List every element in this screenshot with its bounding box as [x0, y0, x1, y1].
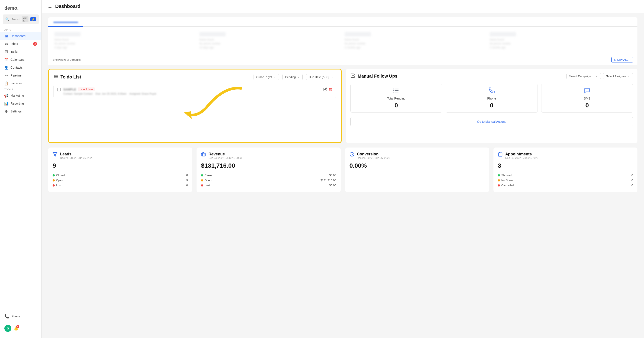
main-content: ☰ Dashboard ▬▬▬▬▬▬▬▬ Name found No phone…: [42, 0, 644, 338]
sidebar-item-pipeline[interactable]: ✏ Pipeline: [0, 72, 42, 79]
todo-list-icon: [54, 74, 58, 80]
rev-open-dot: [201, 179, 203, 182]
lost-dot: [52, 184, 55, 186]
appointments-header: Appointments Dec 24, 2022 - Jun 25, 2023: [498, 152, 633, 160]
appt-cancelled-row: Cancelled 0: [498, 183, 633, 188]
closed-dot: [52, 174, 55, 176]
status-filter-value: Pending: [285, 76, 296, 79]
due-label: Due:: [96, 92, 101, 95]
leads-title-group: Leads Dec 24, 2022 - Jun 25, 2023: [60, 152, 93, 160]
leads-closed-row: Closed 0: [52, 173, 188, 178]
todo-title: To do List: [60, 74, 81, 80]
user-profile[interactable]: G 🔔 5: [0, 322, 42, 334]
campaign-filter-value: Select Campaign ...: [569, 74, 594, 78]
campaign-filter[interactable]: Select Campaign ...: [566, 73, 601, 79]
conversion-icon: [350, 152, 354, 158]
sidebar-item-invoices[interactable]: 📋 Invoices: [0, 79, 42, 87]
sidebar-item-label-settings: Settings: [10, 110, 22, 113]
svg-point-8: [394, 90, 394, 91]
inbox-icon: ✉: [4, 42, 8, 46]
rev-lost-dot: [201, 184, 203, 186]
revenue-title-group: Revenue Dec 24, 2022 - Jun 25, 2023: [208, 152, 242, 160]
sort-filter[interactable]: Due Date (ASC): [306, 74, 336, 80]
search-bar[interactable]: 🔍 Search ctrl K ⚡: [3, 14, 39, 24]
todo-item-meta: Contact: Sample Contact Due: Jun 25 2023…: [63, 92, 320, 95]
appt-showed-row: Showed 0: [498, 173, 633, 178]
contact-label: Contact:: [63, 92, 73, 95]
show-all-label: SHOW ALL: [614, 58, 628, 61]
revenue-header: Revenue Dec 24, 2022 - Jun 25, 2023: [201, 152, 336, 160]
todo-late-badge: Late 3 days: [78, 88, 95, 92]
todo-header: To do List Grace Puyot Pending Due Date …: [54, 74, 336, 80]
inbox-badge: 2: [33, 42, 37, 46]
body-area: ▬▬▬▬▬▬▬▬ Name found No phone number 4 da…: [42, 13, 644, 338]
page-title: Dashboard: [55, 4, 80, 9]
todo-item-actions: [323, 88, 333, 92]
conversion-header: Conversion Dec 24, 2022 - Jun 25, 2023: [350, 152, 485, 160]
revenue-open-row: Open $131,716.00: [201, 178, 336, 183]
avatar: G: [4, 325, 12, 332]
leads-header: Leads Dec 24, 2022 - Jun 25, 2023: [52, 152, 188, 160]
conversion-card: Conversion Dec 24, 2022 - Jun 25, 2023 0…: [345, 148, 489, 192]
sidebar-item-contacts[interactable]: 👤 Contacts: [0, 64, 42, 72]
dashboard-icon: ⊞: [4, 34, 8, 38]
appointments-icon: [498, 152, 503, 158]
todo-item-top: SAMPLE Late 3 days: [63, 88, 320, 92]
search-shortcut: ctrl K: [22, 16, 28, 22]
sidebar-item-marketing[interactable]: 📢 Marketing: [0, 92, 42, 100]
sidebar-item-calendars[interactable]: 📅 Calendars: [0, 56, 42, 64]
show-all-button[interactable]: SHOW ALL ›: [611, 57, 633, 62]
sms-stat-icon: [545, 88, 630, 95]
mf-header: Manual Follow Ups Select Campaign ... Se…: [350, 73, 633, 79]
tasks-icon: ☑: [4, 50, 8, 54]
assignee-filter[interactable]: Grace Puyot: [254, 74, 279, 80]
leads-value: 9: [52, 162, 188, 169]
assignee-mf-filter[interactable]: Select Assignee: [603, 73, 633, 79]
revenue-date: Dec 24, 2022 - Jun 25, 2023: [208, 156, 242, 160]
contact-card-3: Name found No phone number 2 months ago: [343, 30, 488, 51]
edit-button[interactable]: [323, 88, 327, 92]
delete-button[interactable]: [329, 88, 333, 92]
sidebar-item-settings[interactable]: ⚙ Settings: [0, 108, 42, 115]
showed-dot: [498, 174, 500, 176]
contact-value: Sample Contact: [74, 92, 92, 95]
stat-phone: Phone 0: [446, 84, 538, 113]
revenue-title: Revenue: [208, 152, 242, 156]
leads-lost-row: Lost 0: [52, 183, 188, 188]
sidebar-item-reporting[interactable]: 📊 Reporting: [0, 100, 42, 108]
status-filter[interactable]: Pending: [282, 74, 302, 80]
settings-icon: ⚙: [4, 110, 8, 113]
revenue-lost-row: Lost $0.00: [201, 183, 336, 188]
sidebar-item-label-invoices: Invoices: [10, 82, 22, 85]
appointments-title: Appointments: [505, 152, 538, 156]
sidebar-item-dashboard[interactable]: ⊞ Dashboard: [0, 32, 42, 40]
conversion-date: Dec 24, 2022 - Jun 25, 2023: [357, 156, 390, 160]
hamburger-icon[interactable]: ☰: [48, 4, 52, 9]
todo-checkbox[interactable]: [57, 88, 61, 92]
phone-section[interactable]: 📞 Phone: [0, 310, 42, 322]
appt-noshow-row: No Show 0: [498, 178, 633, 183]
stat-total-pending: Total Pending 0: [350, 84, 442, 113]
search-icon: 🔍: [5, 17, 10, 22]
calendars-icon: 📅: [4, 58, 8, 62]
mf-title: Manual Follow Ups: [358, 74, 564, 79]
revenue-breakdown: Closed $0.00 Open $131,716.00 Lost $0.00: [201, 173, 336, 188]
leads-card: Leads Dec 24, 2022 - Jun 25, 2023 9 Clos…: [48, 148, 192, 192]
app-logo: demo.: [0, 4, 42, 14]
todo-item: SAMPLE Late 3 days Contact: Sample Conta…: [54, 84, 336, 98]
sidebar-item-label-calendars: Calendars: [10, 58, 24, 61]
sidebar-item-inbox[interactable]: ✉ Inbox 2: [0, 40, 42, 48]
sidebar-item-tasks[interactable]: ☑ Tasks: [0, 48, 42, 56]
svg-marker-10: [53, 152, 57, 156]
search-label: Search: [12, 18, 20, 21]
invoices-icon: 📋: [4, 81, 8, 85]
goto-manual-actions-button[interactable]: Go to Manual Actions: [350, 117, 633, 126]
tabs-bar: ▬▬▬▬▬▬▬▬: [48, 17, 638, 27]
svg-rect-13: [498, 153, 502, 156]
flash-icon: ⚡: [30, 17, 36, 21]
open-dot: [52, 179, 55, 182]
mf-icon: [350, 73, 355, 79]
tab-active[interactable]: ▬▬▬▬▬▬▬▬: [48, 17, 83, 27]
sms-stat-value: 0: [545, 102, 630, 109]
manual-followups-card: Manual Follow Ups Select Campaign ... Se…: [346, 68, 638, 143]
